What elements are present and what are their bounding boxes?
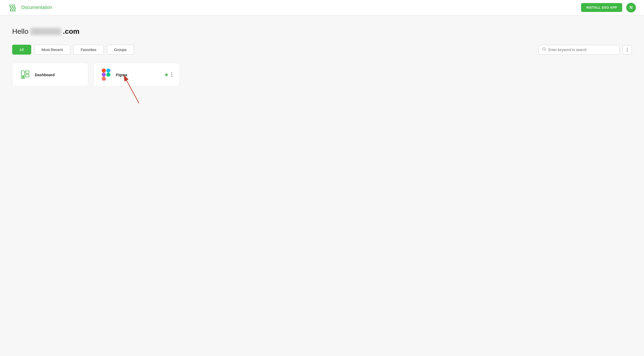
header-right: INSTALL SSO APP N xyxy=(581,3,636,12)
logo-icon xyxy=(8,3,18,13)
main-content: Hello .com All Most Recent Favorites Gro… xyxy=(0,15,644,87)
figma-card-actions: ★ xyxy=(164,72,172,78)
greeting-domain: .com xyxy=(63,27,79,36)
svg-point-1 xyxy=(627,48,628,48)
search-input[interactable] xyxy=(548,48,616,52)
cards-grid: Dashboard xyxy=(12,63,632,87)
user-avatar[interactable]: N xyxy=(626,3,636,12)
figma-card-name: Figma xyxy=(116,73,127,77)
greeting: Hello .com xyxy=(12,27,632,36)
tab-groups[interactable]: Groups xyxy=(107,45,134,55)
svg-point-2 xyxy=(627,49,628,50)
figma-more-options-icon[interactable] xyxy=(171,72,172,77)
svg-point-3 xyxy=(627,51,628,52)
filter-right xyxy=(538,45,632,55)
greeting-name-blur xyxy=(30,28,61,35)
more-options-button[interactable] xyxy=(623,45,632,54)
header: Documentation INSTALL SSO APP N xyxy=(0,0,644,15)
svg-rect-6 xyxy=(26,74,29,77)
svg-rect-5 xyxy=(26,71,29,73)
figma-card[interactable]: Figma ★ xyxy=(93,63,180,87)
dashboard-card-name: Dashboard xyxy=(35,73,55,77)
svg-rect-13 xyxy=(102,77,106,81)
svg-rect-4 xyxy=(21,71,25,75)
header-left: Documentation xyxy=(8,3,52,13)
tab-favorites[interactable]: Favorites xyxy=(73,45,104,55)
search-icon xyxy=(542,47,546,52)
cards-wrapper: Dashboard xyxy=(12,63,632,87)
tab-most-recent[interactable]: Most Recent xyxy=(34,45,70,55)
install-sso-button[interactable]: INSTALL SSO APP xyxy=(581,3,622,12)
filter-tabs: All Most Recent Favorites Groups xyxy=(12,45,134,55)
header-title: Documentation xyxy=(21,5,52,10)
greeting-hello: Hello xyxy=(12,27,28,36)
svg-rect-10 xyxy=(106,69,110,73)
search-box xyxy=(538,45,620,55)
filter-bar: All Most Recent Favorites Groups xyxy=(12,45,632,55)
dashboard-card[interactable]: Dashboard xyxy=(12,63,88,87)
dashboard-icon xyxy=(20,69,31,80)
svg-rect-9 xyxy=(102,69,106,73)
tab-all[interactable]: All xyxy=(12,45,31,55)
figma-favorite-icon[interactable]: ★ xyxy=(164,72,169,78)
figma-icon xyxy=(101,69,112,80)
svg-rect-11 xyxy=(102,73,106,77)
svg-rect-12 xyxy=(106,73,110,77)
svg-point-8 xyxy=(22,76,24,78)
